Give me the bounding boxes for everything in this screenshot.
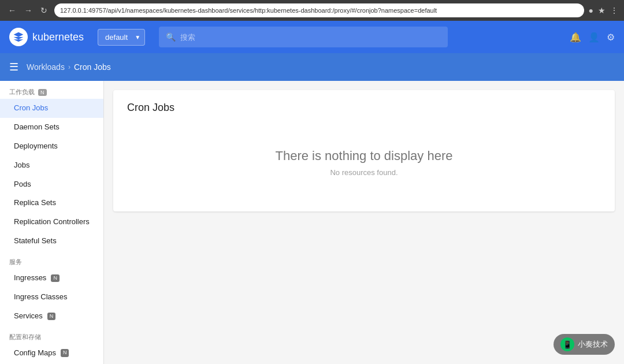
bookmark-icon: ★	[598, 6, 606, 15]
wechat-icon: 📱	[560, 337, 574, 351]
search-bar[interactable]: 🔍	[159, 27, 448, 47]
watermark-badge: 📱 小奏技术	[554, 334, 615, 355]
sidebar-item-replica-sets[interactable]: Replica Sets	[0, 194, 103, 213]
sidebar-item-ingress-classes[interactable]: Ingress Classes	[0, 288, 103, 307]
breadcrumb-bar: ☰ Workloads › Cron Jobs	[0, 53, 624, 81]
jobs-label: Jobs	[14, 161, 29, 170]
stateful-sets-label: Stateful Sets	[14, 236, 57, 246]
sidebar-section-config: 配置和存储	[0, 326, 103, 344]
window-controls: ← → ↻	[6, 5, 50, 16]
main-content: Cron Jobs There is nothing to display he…	[104, 81, 624, 364]
sidebar-section-workloads: 工作负载 N	[0, 81, 103, 99]
watermark-text: 小奏技术	[578, 339, 608, 350]
extension-icon: ●	[589, 6, 593, 15]
menu-dots-icon: ⋮	[610, 6, 618, 15]
url-bar[interactable]: 127.0.0.1:49757/api/v1/namespaces/kubern…	[54, 3, 584, 17]
ingress-classes-label: Ingress Classes	[14, 292, 67, 302]
sidebar-item-deployments[interactable]: Deployments	[0, 137, 103, 156]
top-navbar: kubernetes default ▼ 🔍 🔔 👤 ⚙	[0, 21, 624, 53]
url-text: 127.0.0.1:49757/api/v1/namespaces/kubern…	[60, 7, 437, 14]
search-icon: 🔍	[166, 32, 176, 42]
main-layout: 工作负载 N Cron Jobs Daemon Sets Deployments…	[0, 81, 624, 364]
section-workloads-badge: N	[38, 89, 47, 96]
search-input[interactable]	[180, 33, 441, 42]
sidebar: 工作负载 N Cron Jobs Daemon Sets Deployments…	[0, 81, 104, 364]
replica-sets-label: Replica Sets	[14, 198, 56, 208]
settings-icon[interactable]: ⚙	[607, 32, 615, 43]
empty-state: There is nothing to display here No reso…	[127, 125, 601, 200]
cron-jobs-label: Cron Jobs	[14, 103, 48, 113]
sidebar-item-cron-jobs[interactable]: Cron Jobs	[0, 99, 103, 118]
empty-state-subtitle: No resources found.	[330, 168, 398, 177]
browser-chrome: ← → ↻ 127.0.0.1:49757/api/v1/namespaces/…	[0, 0, 624, 21]
user-icon[interactable]: 👤	[588, 32, 600, 43]
deployments-label: Deployments	[14, 142, 58, 151]
ingresses-badge: N	[51, 274, 60, 283]
breadcrumb-current: Cron Jobs	[74, 62, 111, 72]
section-config-label: 配置和存储	[9, 333, 41, 341]
browser-action-icons: ● ★ ⋮	[589, 6, 618, 15]
sidebar-item-stateful-sets[interactable]: Stateful Sets	[0, 232, 103, 251]
ingresses-label: Ingresses	[14, 273, 46, 283]
replication-controllers-label: Replication Controllers	[14, 217, 90, 227]
page-title: Cron Jobs	[127, 102, 601, 114]
sidebar-item-services[interactable]: Services N	[0, 307, 103, 326]
sidebar-item-jobs[interactable]: Jobs	[0, 156, 103, 175]
sidebar-item-daemon-sets[interactable]: Daemon Sets	[0, 118, 103, 137]
breadcrumb-separator: ›	[68, 63, 70, 71]
breadcrumb-workloads[interactable]: Workloads	[27, 62, 65, 72]
kube-logo-icon	[9, 28, 28, 46]
kubernetes-logo: kubernetes	[9, 28, 84, 46]
notifications-icon[interactable]: 🔔	[570, 32, 581, 43]
back-button[interactable]: ←	[6, 5, 18, 16]
empty-state-title: There is nothing to display here	[276, 148, 453, 164]
refresh-button[interactable]: ↻	[38, 5, 50, 16]
config-maps-label: Config Maps	[14, 348, 56, 358]
section-services-label: 服务	[9, 258, 22, 266]
content-card: Cron Jobs There is nothing to display he…	[113, 90, 615, 211]
nav-action-icons: 🔔 👤 ⚙	[570, 32, 615, 43]
sidebar-section-services: 服务	[0, 251, 103, 269]
section-workloads-label: 工作负载	[9, 88, 35, 96]
pods-label: Pods	[14, 180, 31, 190]
forward-button[interactable]: →	[22, 5, 35, 16]
sidebar-item-ingresses[interactable]: Ingresses N	[0, 269, 103, 288]
namespace-selector[interactable]: default ▼	[91, 29, 145, 46]
services-label: Services	[14, 311, 43, 321]
sidebar-item-replication-controllers[interactable]: Replication Controllers	[0, 213, 103, 232]
daemon-sets-label: Daemon Sets	[14, 122, 60, 132]
hamburger-menu-icon[interactable]: ☰	[9, 61, 18, 73]
sidebar-item-pods[interactable]: Pods	[0, 175, 103, 194]
sidebar-item-config-maps[interactable]: Config Maps N	[0, 344, 103, 363]
namespace-select-input[interactable]: default	[98, 29, 145, 46]
kube-logo-text: kubernetes	[32, 31, 84, 43]
services-badge: N	[47, 313, 56, 321]
config-maps-badge: N	[61, 349, 69, 357]
